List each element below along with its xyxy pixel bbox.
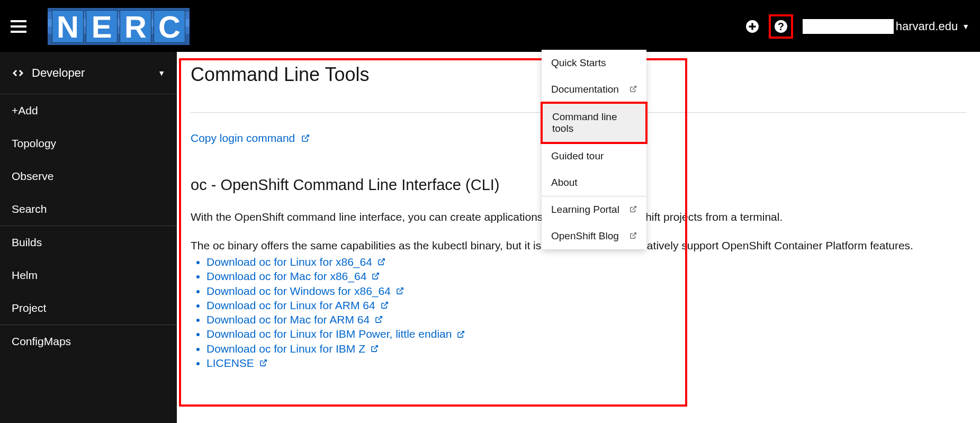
svg-line-13 [633,206,636,210]
download-link[interactable]: Download oc for Mac for ARM 64 [206,312,383,327]
download-link-label: Download oc for Mac for ARM 64 [206,312,370,327]
external-link-icon [630,204,637,215]
sidebar-item-search[interactable]: Search [0,193,177,226]
perspective-label: Developer [32,66,158,80]
help-menu-item-label: About [551,177,578,188]
svg-line-7 [384,302,388,306]
code-icon [12,67,24,79]
chevron-down-icon: ▼ [158,69,165,77]
download-link-list: Download oc for Linux for x86_64Download… [191,255,966,370]
help-menu-item-label: Guided tour [551,150,604,162]
help-menu-item[interactable]: About [542,169,646,196]
help-menu-item[interactable]: Quick Starts [542,50,646,76]
external-link-icon [371,345,379,353]
sidebar-item-project[interactable]: Project [0,292,177,325]
download-link[interactable]: Download oc for Linux for IBM Z [206,341,379,356]
help-icon: ? [774,20,788,33]
external-link-icon [259,359,267,367]
download-link[interactable]: Download oc for Windows for x86_64 [206,284,404,298]
download-link-item: Download oc for Linux for ARM 64 [206,298,966,312]
help-menu-item-label: Command line tools [552,111,636,134]
download-link-label: Download oc for Linux for ARM 64 [206,298,375,312]
svg-line-3 [305,135,309,139]
external-link-icon [396,287,404,295]
external-link-icon [372,272,380,280]
help-menu-item[interactable]: Learning Portal [542,196,646,223]
help-menu-item-label: Documentation [551,84,619,95]
user-redacted-box [803,19,894,34]
external-link-icon [377,258,385,266]
logo-letter: E [86,10,118,43]
download-link-item: Download oc for Linux for IBM Power, lit… [206,327,966,341]
svg-line-5 [375,273,379,277]
svg-line-10 [374,346,377,349]
download-link-label: Download oc for Linux for x86_64 [206,255,372,269]
external-link-icon [375,316,383,323]
download-link-item: Download oc for Mac for x86_64 [206,269,966,283]
download-link-item: Download oc for Windows for x86_64 [206,284,966,298]
plus-icon[interactable] [745,20,759,33]
svg-line-11 [263,360,266,364]
svg-text:?: ? [778,21,784,32]
help-menu-item[interactable]: Guided tour [542,143,646,169]
svg-line-9 [461,331,464,335]
help-menu-item[interactable]: Command line tools [541,102,648,144]
svg-line-14 [633,233,636,236]
copy-login-label: Copy login command [191,132,295,145]
download-link-label: Download oc for Linux for IBM Z [206,341,365,356]
sidebar-item-configmaps[interactable]: ConfigMaps [0,325,177,358]
external-link-icon [457,330,465,338]
sidebar-item-builds[interactable]: Builds [0,226,177,259]
help-menu-button[interactable]: ? [769,14,793,39]
hamburger-menu-icon[interactable] [11,20,26,33]
user-domain: harvard.edu [896,20,958,33]
svg-line-6 [399,288,403,292]
download-link-label: LICENSE [206,356,254,370]
external-link-icon [381,301,389,309]
help-menu-item-label: Learning Portal [551,204,619,215]
sidebar-item-add[interactable]: +Add [0,94,177,127]
help-dropdown-menu: Quick StartsDocumentationCommand line to… [542,50,646,249]
help-menu-item-label: Quick Starts [551,57,606,69]
user-menu[interactable]: harvard.edu ▼ [803,19,969,34]
download-link[interactable]: Download oc for Mac for x86_64 [206,269,380,283]
logo-letter: C [154,10,185,43]
external-link-icon [630,230,637,242]
download-link-item: Download oc for Linux for x86_64 [206,255,966,269]
sidebar: Developer ▼ +Add Topology Observe Search… [0,52,177,423]
masthead: N E R C ? harvard.edu ▼ [0,1,980,52]
svg-line-4 [381,259,384,263]
download-link[interactable]: Download oc for Linux for IBM Power, lit… [206,327,465,341]
sidebar-item-topology[interactable]: Topology [0,127,177,160]
external-link-icon [301,134,310,142]
svg-line-8 [378,317,382,320]
nerc-logo[interactable]: N E R C [48,8,190,45]
help-menu-item-label: OpenShift Blog [551,230,619,242]
copy-login-command-link[interactable]: Copy login command [191,132,310,145]
download-link-label: Download oc for Linux for IBM Power, lit… [206,327,452,341]
help-menu-item[interactable]: Documentation [542,76,646,103]
download-link[interactable]: Download oc for Linux for x86_64 [206,255,385,269]
download-link-label: Download oc for Windows for x86_64 [206,284,391,298]
logo-letter: N [52,10,84,43]
download-link-label: Download oc for Mac for x86_64 [206,269,366,283]
download-link[interactable]: Download oc for Linux for ARM 64 [206,298,389,312]
logo-letter: R [120,10,151,43]
sidebar-item-helm[interactable]: Helm [0,259,177,292]
download-link-item: LICENSE [206,356,966,370]
help-menu-item[interactable]: OpenShift Blog [542,223,646,249]
svg-line-12 [633,86,636,89]
caret-down-icon: ▼ [962,22,969,31]
download-link-item: Download oc for Linux for IBM Z [206,341,966,356]
download-link[interactable]: LICENSE [206,356,267,370]
external-link-icon [630,84,637,95]
download-link-item: Download oc for Mac for ARM 64 [206,312,966,327]
perspective-switcher[interactable]: Developer ▼ [0,52,177,94]
sidebar-item-observe[interactable]: Observe [0,160,177,193]
